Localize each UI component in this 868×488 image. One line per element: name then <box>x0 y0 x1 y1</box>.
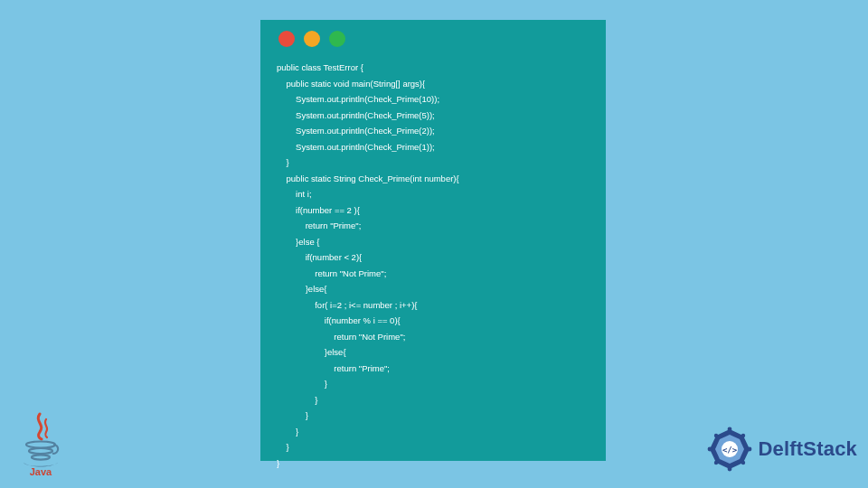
close-icon <box>278 31 295 47</box>
svg-text:</>: </> <box>722 446 738 455</box>
code-block: public class TestError { public static v… <box>277 60 590 471</box>
svg-point-11 <box>741 434 745 437</box>
svg-point-7 <box>728 427 732 432</box>
traffic-lights <box>278 31 590 47</box>
maximize-icon <box>329 31 345 47</box>
svg-point-14 <box>714 434 718 437</box>
svg-point-1 <box>29 448 52 454</box>
svg-point-9 <box>728 467 732 472</box>
svg-point-8 <box>748 447 752 452</box>
svg-point-2 <box>32 455 50 459</box>
java-logo-icon: Java <box>16 412 65 477</box>
delftstack-badge-icon: </> <box>707 427 752 472</box>
svg-point-12 <box>741 461 745 465</box>
delftstack-logo: </> DelftStack <box>707 427 857 472</box>
java-logo-text: Java <box>30 466 52 477</box>
minimize-icon <box>304 31 320 47</box>
svg-point-13 <box>714 461 718 465</box>
delftstack-logo-text: DelftStack <box>758 437 857 461</box>
svg-point-0 <box>26 442 55 448</box>
code-window: public class TestError { public static v… <box>260 20 606 461</box>
svg-point-10 <box>708 447 712 452</box>
